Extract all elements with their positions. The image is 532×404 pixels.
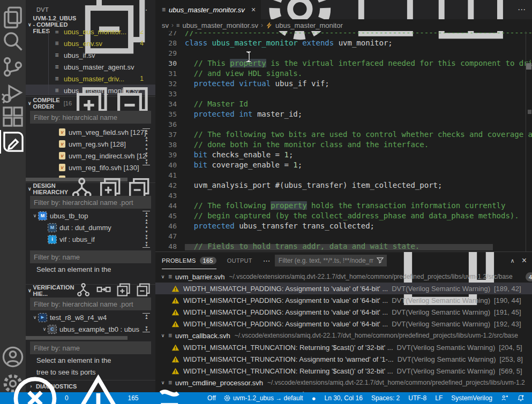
horizontal-scrollbar[interactable] xyxy=(185,244,493,250)
extensions-icon[interactable] xyxy=(0,105,26,128)
compile-order-item[interactable]: vuvm_reg_indirect.svh [12 xyxy=(26,150,155,162)
section-verification-hierarchy[interactable]: ∨ VERIFICATION HIE... xyxy=(26,284,155,296)
panel-more-tabs-icon[interactable]: ⋯ xyxy=(263,256,271,265)
run-indicator[interactable]: ● xyxy=(310,392,318,404)
scroll-barup-icon[interactable]: ▲ ▲ xyxy=(143,128,150,134)
chevron-down-icon[interactable]: ∨ xyxy=(31,213,39,218)
code-line[interactable]: 36 xyxy=(155,119,532,129)
link-instances-icon[interactable] xyxy=(96,282,111,299)
maximize-panel-icon[interactable]: ∧ xyxy=(511,257,515,264)
problem-row[interactable]: WIDTH_MISMATCH_PADDING: Assignment to 'v… xyxy=(155,318,532,330)
scroll-dblup-icon[interactable]: ▲ ▲ xyxy=(143,136,150,141)
code-line[interactable]: 29 xyxy=(155,48,532,58)
problem-row[interactable]: WIDTH_MISMATCH_PADDING: Assignment to 'v… xyxy=(155,306,532,318)
verification-hierarchy-name-filter-input[interactable] xyxy=(30,341,151,354)
compile-order-filter-input[interactable] xyxy=(30,111,151,124)
problem-row[interactable]: SYSTEM_VERILOG_2012: Expecting `endif la… xyxy=(155,388,532,392)
design-hierarchy-name-filter-input[interactable] xyxy=(30,250,151,263)
scroll-bardown-icon[interactable]: ▼ ▼ xyxy=(143,159,150,165)
eol-status[interactable]: LF xyxy=(433,392,445,404)
code-line[interactable]: 32 protected virtual ubus_if vif; xyxy=(155,79,532,89)
scroll-bardown-icon[interactable]: ▼ ▼ xyxy=(143,326,150,332)
horizontal-scrollbar[interactable] xyxy=(26,336,128,340)
scroll-dbldown-icon[interactable]: ▼ ▼ xyxy=(143,153,150,157)
scroll-barup-icon[interactable]: ▲ ▲ xyxy=(143,313,150,319)
code-line[interactable]: 44 // The following property holds the t… xyxy=(155,201,532,211)
feedback-icon[interactable] xyxy=(499,392,511,404)
expand-all-icon[interactable] xyxy=(116,282,131,299)
scroll-up-icon[interactable]: ▲ xyxy=(143,226,150,228)
problem-row[interactable]: WIDTH_MISMATCH_PADDING: Assignment to 'v… xyxy=(155,283,532,294)
code-line[interactable]: 42 uvm_analysis_port #(ubus_transfer) it… xyxy=(155,180,532,190)
breadcrumb-root[interactable]: sv xyxy=(162,21,169,29)
run-debug-icon[interactable] xyxy=(0,81,26,104)
breadcrumb-symbol[interactable]: ubus_master_monitor xyxy=(275,21,343,29)
verification-hierarchy-filter-input[interactable] xyxy=(30,298,151,310)
overview-ruler[interactable] xyxy=(526,31,532,251)
problems-filter-input[interactable] xyxy=(275,255,387,266)
scroll-dbldown-icon[interactable]: ▼ ▼ xyxy=(143,235,150,240)
code-line[interactable]: 39 bit checks_enable = 1; xyxy=(155,150,532,160)
breadcrumb-file[interactable]: ubus_master_monitor.sv xyxy=(182,21,258,29)
problem-row[interactable]: WIDTH_MISMATCH_TRUNCATION: Returning '$c… xyxy=(155,341,532,353)
hierarchy-icon[interactable] xyxy=(76,282,91,299)
scroll-dblup-icon[interactable]: ▲ ▲ xyxy=(143,219,150,224)
code-line[interactable]: 38 // done both in the monitor class and… xyxy=(155,140,532,150)
close-icon[interactable]: × xyxy=(251,5,256,14)
source-control-icon[interactable] xyxy=(0,55,26,79)
section-compiled-files[interactable]: ∨ UVM-1.2_UBUS - COMPILED FILES xyxy=(26,19,155,31)
problem-row[interactable]: WIDTH_MISMATCH_PADDING: Assignment to 'v… xyxy=(155,294,532,306)
code-line[interactable]: 47 xyxy=(155,231,532,241)
notifications-bell-icon[interactable] xyxy=(515,392,527,404)
problem-group-row[interactable]: ∨≡uvm_cmdline_processor.svh~/.vscode/ext… xyxy=(155,377,532,388)
file-item[interactable]: ≡ubus_master_driv...1 xyxy=(26,73,155,85)
code-line[interactable]: 46 protected ubus_transfer trans_collect… xyxy=(155,221,532,231)
scroll-barup-icon[interactable]: ▲ ▲ xyxy=(143,211,150,217)
tab-ubus-master-monitor[interactable]: ≡ ubus_master_monitor.sv × xyxy=(155,0,261,19)
chevron-down-icon[interactable]: ∨ xyxy=(160,274,166,279)
compile-order-item[interactable]: vuvm_reg_fifo.svh [130] xyxy=(26,162,155,173)
file-item[interactable]: ≡ubus_bus_monitor...2 xyxy=(26,31,155,37)
section-compile-order[interactable]: ∨ COMPILE ORDER [166 total, … xyxy=(26,96,155,109)
problem-group-row[interactable]: ∨≡uvm_barrier.svh~/.vscode/extensions/am… xyxy=(155,271,532,283)
scroll-down-icon[interactable]: ▼ xyxy=(143,148,150,151)
search-icon[interactable] xyxy=(0,29,26,53)
scroll-down-icon[interactable]: ▼ xyxy=(143,231,150,233)
tab-problems[interactable]: PROBLEMS 165 xyxy=(162,252,216,269)
code-line[interactable]: 40 bit coverage_enable = 1; xyxy=(155,160,532,170)
compile-order-item[interactable]: vuvm_reg.svh [128] xyxy=(26,138,155,150)
code-line[interactable]: 34 // Master Id xyxy=(155,99,532,109)
close-panel-icon[interactable]: × xyxy=(522,256,527,265)
filter-funnel-icon[interactable] xyxy=(376,256,384,264)
tree-item[interactable]: ∨▶test_r8_w8_r4_w4 xyxy=(26,311,155,323)
language-status[interactable]: SystemVerilog xyxy=(449,392,494,404)
chevron-down-icon[interactable]: ∨ xyxy=(160,333,166,338)
tree-item[interactable]: ∨Cubus_example_tb0 : ubus xyxy=(26,323,155,335)
scroll-bardown-icon[interactable]: ▼ ▼ xyxy=(143,242,150,248)
file-item[interactable]: ≡ubus_env.sv4 xyxy=(26,37,155,49)
problem-row[interactable]: WIDTH_MISMATCH_TRUNCATION: Assignment to… xyxy=(155,353,532,365)
cursor-position[interactable]: Ln 30, Col 16 xyxy=(323,392,365,404)
tree-item[interactable]: ∨Mubus_tb_top xyxy=(26,210,155,222)
indentation-status[interactable]: Spaces: 2 xyxy=(369,392,402,404)
problem-group-row[interactable]: ∨≡uvm_callback.svh~/.vscode/extensions/a… xyxy=(155,330,532,341)
code-line[interactable]: 28class ubus_master_monitor extends uvm_… xyxy=(155,38,532,48)
chevron-down-icon[interactable]: ∨ xyxy=(31,315,39,320)
problems-status[interactable]: 0 165 xyxy=(5,392,141,404)
code-line[interactable]: 33 xyxy=(155,89,532,99)
file-item[interactable]: ≡ubus_master_agent.sv xyxy=(26,61,155,73)
collapse-all-icon[interactable] xyxy=(136,282,151,299)
code-editor[interactable]: 27//------------------------------------… xyxy=(155,31,532,251)
dvt-icon[interactable] xyxy=(0,130,26,154)
code-line[interactable]: 45 // begin captured (by the collect_add… xyxy=(155,211,532,221)
problem-row[interactable]: WIDTH_MISMATCH_TRUNCATION: Returning '$c… xyxy=(155,365,532,377)
code-line[interactable]: 35 protected int master_id; xyxy=(155,109,532,119)
code-line[interactable]: 41 xyxy=(155,170,532,180)
compile-order-item[interactable]: vuvm_vreg_field.svh [127] xyxy=(26,126,155,138)
encoding-status[interactable]: UTF-8 xyxy=(406,392,429,404)
section-design-hierarchy[interactable]: ∨ DESIGN HIERARCHY xyxy=(26,182,155,194)
scroll-up-icon[interactable]: ▲ xyxy=(143,143,150,146)
more-actions-icon[interactable]: ⋯ xyxy=(518,5,526,14)
account-icon[interactable] xyxy=(0,345,26,369)
tab-output[interactable]: OUTPUT xyxy=(227,252,252,269)
